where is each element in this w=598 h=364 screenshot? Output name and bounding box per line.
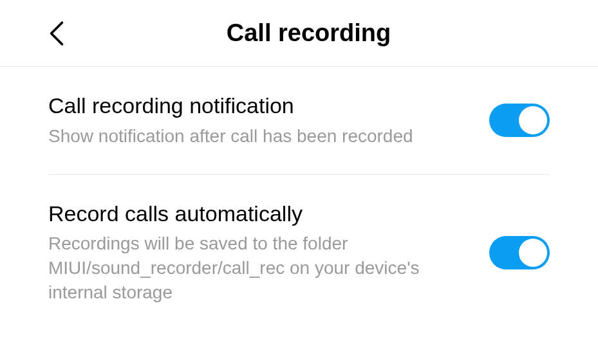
setting-label: Call recording notification — [48, 93, 463, 119]
setting-label: Record calls automatically — [48, 201, 463, 227]
setting-call-recording-notification[interactable]: Call recording notification Show notific… — [48, 67, 550, 175]
page-title: Call recording — [45, 19, 572, 47]
setting-description: Recordings will be saved to the folder M… — [48, 232, 463, 304]
toggle-knob — [519, 239, 547, 267]
setting-text: Record calls automatically Recordings wi… — [48, 201, 489, 305]
setting-description: Show notification after call has been re… — [48, 124, 463, 149]
setting-record-calls-automatically[interactable]: Record calls automatically Recordings wi… — [48, 175, 550, 331]
setting-text: Call recording notification Show notific… — [48, 93, 489, 149]
toggle-call-recording-notification[interactable] — [489, 104, 550, 137]
toggle-knob — [519, 106, 547, 134]
settings-list: Call recording notification Show notific… — [0, 67, 598, 331]
back-button[interactable] — [48, 20, 65, 47]
toggle-record-calls-automatically[interactable] — [489, 236, 550, 269]
header: Call recording — [0, 0, 598, 67]
chevron-left-icon — [48, 20, 65, 47]
